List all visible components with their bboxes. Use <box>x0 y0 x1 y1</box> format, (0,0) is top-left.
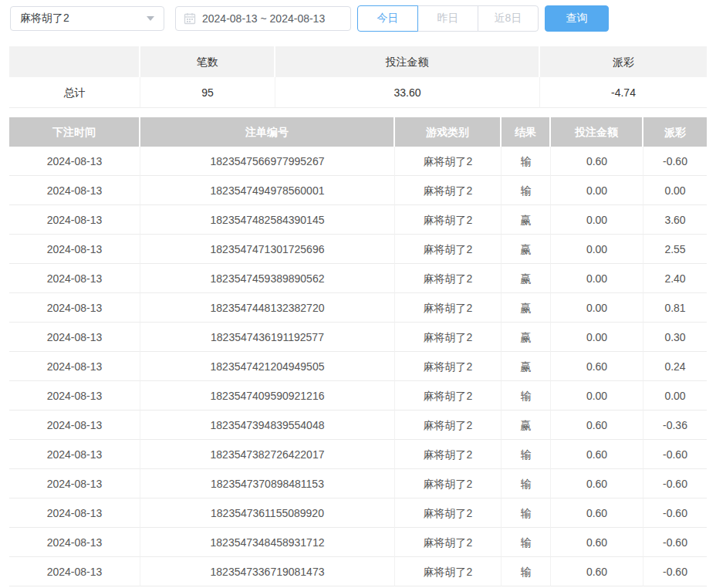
col-header-bet-amount: 投注金额 <box>551 117 643 147</box>
game-type-cell: 麻将胡了2 <box>395 528 502 557</box>
bet-amount-cell: 0.60 <box>551 352 643 381</box>
bet-id-cell: 1823547361155089920 <box>140 498 395 528</box>
bet-amount-cell: 0.00 <box>551 264 643 293</box>
bet-time-cell: 2024-08-13 <box>9 440 140 469</box>
bet-amount-cell: 0.00 <box>551 235 643 264</box>
game-select-value: 麻将胡了2 <box>20 12 69 25</box>
bet-time-cell: 2024-08-13 <box>9 264 140 293</box>
game-type-cell: 麻将胡了2 <box>395 293 502 323</box>
payout-cell: 3.60 <box>643 205 707 235</box>
summary-header-bet-amount: 投注金额 <box>275 46 540 77</box>
payout-cell: -0.60 <box>643 498 707 528</box>
payout-cell: -0.60 <box>643 469 707 498</box>
bet-time-cell: 2024-08-13 <box>9 498 140 528</box>
today-button[interactable]: 今日 <box>357 5 418 32</box>
bet-id-cell: 1823547459389890562 <box>140 264 395 293</box>
result-cell: 输 <box>502 440 551 469</box>
date-range-picker[interactable]: 2024-08-13 ~ 2024-08-13 <box>175 6 351 31</box>
bet-amount-cell: 0.00 <box>551 381 643 411</box>
table-row: 2024-08-13 1823547566977995267 麻将胡了2 输 0… <box>9 147 707 176</box>
summary-total-row: 总计 95 33.60 -4.74 <box>9 77 707 108</box>
payout-cell: -0.60 <box>643 557 707 586</box>
game-type-cell: 麻将胡了2 <box>395 235 502 264</box>
table-row: 2024-08-13 1823547382726422017 麻将胡了2 输 0… <box>9 440 707 469</box>
table-row: 2024-08-13 1823547482584390145 麻将胡了2 赢 0… <box>9 205 707 235</box>
bet-id-cell: 1823547436191192577 <box>140 323 395 352</box>
col-header-bet-id: 注单编号 <box>140 117 395 147</box>
table-row: 2024-08-13 1823547471301725696 麻将胡了2 赢 0… <box>9 235 707 264</box>
summary-total-label: 总计 <box>9 77 140 108</box>
game-type-cell: 麻将胡了2 <box>395 352 502 381</box>
bet-id-cell: 1823547482584390145 <box>140 205 395 235</box>
bet-time-cell: 2024-08-13 <box>9 205 140 235</box>
bet-id-cell: 1823547370898481153 <box>140 469 395 498</box>
bet-time-cell: 2024-08-13 <box>9 352 140 381</box>
bet-id-cell: 1823547566977995267 <box>140 147 395 176</box>
bet-amount-cell: 0.60 <box>551 440 643 469</box>
bet-amount-cell: 0.60 <box>551 557 643 586</box>
bet-time-cell: 2024-08-13 <box>9 235 140 264</box>
bet-time-cell: 2024-08-13 <box>9 411 140 440</box>
game-type-cell: 麻将胡了2 <box>395 205 502 235</box>
bet-id-cell: 1823547394839554048 <box>140 411 395 440</box>
summary-total-payout: -4.74 <box>540 77 707 108</box>
bet-time-cell: 2024-08-13 <box>9 323 140 352</box>
table-row: 2024-08-13 1823547361155089920 麻将胡了2 输 0… <box>9 498 707 528</box>
calendar-icon <box>184 12 196 25</box>
result-cell: 赢 <box>502 235 551 264</box>
bet-id-cell: 1823547494978560001 <box>140 176 395 205</box>
table-row: 2024-08-13 1823547348458931712 麻将胡了2 输 0… <box>9 528 707 557</box>
game-type-cell: 麻将胡了2 <box>395 323 502 352</box>
payout-cell: 0.24 <box>643 352 707 381</box>
bet-amount-cell: 0.60 <box>551 411 643 440</box>
bets-table-body: 2024-08-13 1823547566977995267 麻将胡了2 输 0… <box>9 147 707 586</box>
bet-amount-cell: 0.60 <box>551 147 643 176</box>
table-row: 2024-08-13 1823547336719081473 麻将胡了2 输 0… <box>9 557 707 586</box>
bet-id-cell: 1823547448132382720 <box>140 293 395 323</box>
payout-cell: 0.00 <box>643 381 707 411</box>
bet-amount-cell: 0.60 <box>551 469 643 498</box>
bet-amount-cell: 0.00 <box>551 323 643 352</box>
game-type-cell: 麻将胡了2 <box>395 411 502 440</box>
yesterday-button[interactable]: 昨日 <box>417 5 478 32</box>
bet-time-cell: 2024-08-13 <box>9 557 140 586</box>
bet-amount-cell: 0.60 <box>551 528 643 557</box>
bet-id-cell: 1823547421204949505 <box>140 352 395 381</box>
bet-id-cell: 1823547336719081473 <box>140 557 395 586</box>
summary-header-payout: 派彩 <box>540 46 707 77</box>
bet-amount-cell: 0.00 <box>551 205 643 235</box>
bet-id-cell: 1823547471301725696 <box>140 235 395 264</box>
result-cell: 输 <box>502 498 551 528</box>
result-cell: 赢 <box>502 264 551 293</box>
game-type-cell: 麻将胡了2 <box>395 176 502 205</box>
game-select[interactable]: 麻将胡了2 <box>10 6 164 31</box>
summary-header-row: 笔数 投注金额 派彩 <box>9 46 707 77</box>
bet-amount-cell: 0.00 <box>551 293 643 323</box>
summary-total-bet-amount: 33.60 <box>275 77 540 108</box>
bet-id-cell: 1823547382726422017 <box>140 440 395 469</box>
date-range-value: 2024-08-13 ~ 2024-08-13 <box>202 12 325 25</box>
game-type-cell: 麻将胡了2 <box>395 264 502 293</box>
bet-id-cell: 1823547348458931712 <box>140 528 395 557</box>
bet-time-cell: 2024-08-13 <box>9 469 140 498</box>
summary-total-count: 95 <box>140 77 275 108</box>
game-type-cell: 麻将胡了2 <box>395 557 502 586</box>
result-cell: 赢 <box>502 205 551 235</box>
bet-time-cell: 2024-08-13 <box>9 381 140 411</box>
table-row: 2024-08-13 1823547421204949505 麻将胡了2 赢 0… <box>9 352 707 381</box>
result-cell: 赢 <box>502 411 551 440</box>
payout-cell: 0.30 <box>643 323 707 352</box>
col-header-game-type: 游戏类别 <box>395 117 502 147</box>
query-button[interactable]: 查询 <box>545 5 609 32</box>
table-row: 2024-08-13 1823547459389890562 麻将胡了2 赢 0… <box>9 264 707 293</box>
payout-cell: 0.00 <box>643 176 707 205</box>
table-row: 2024-08-13 1823547394839554048 麻将胡了2 赢 0… <box>9 411 707 440</box>
col-header-payout: 派彩 <box>643 117 707 147</box>
bet-time-cell: 2024-08-13 <box>9 147 140 176</box>
table-row: 2024-08-13 1823547409590921216 麻将胡了2 输 0… <box>9 381 707 411</box>
result-cell: 输 <box>502 557 551 586</box>
last-8-days-button[interactable]: 近8日 <box>478 5 539 32</box>
payout-cell: 2.55 <box>643 235 707 264</box>
summary-header-blank <box>9 46 140 77</box>
bet-amount-cell: 0.60 <box>551 498 643 528</box>
